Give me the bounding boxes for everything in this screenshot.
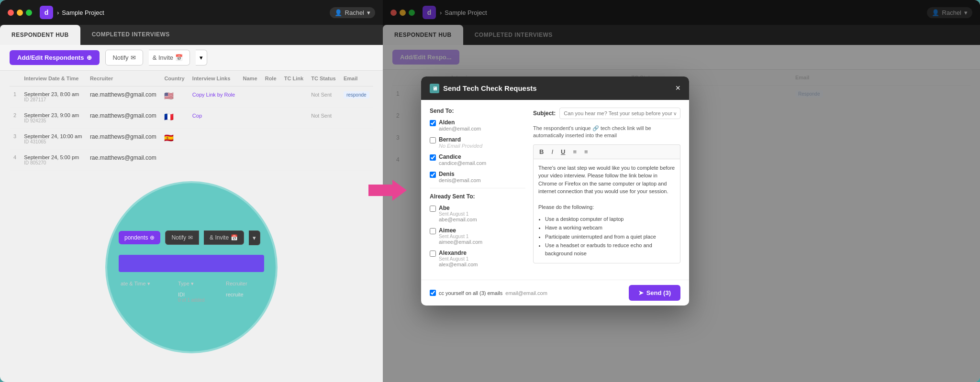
- circle-table-row: IDI 0 of 1 added recruite: [119, 290, 264, 305]
- tab-respondent-hub[interactable]: RESPONDENT HUB: [0, 25, 80, 45]
- recipient-denis: Denis denis@email.com: [430, 171, 525, 183]
- circle-col-type: Type ▾: [178, 281, 216, 287]
- send-icon: ➤: [638, 289, 644, 296]
- left-tabs: RESPONDENT HUB COMPLETED INTERVIEWS: [0, 25, 383, 45]
- circle-notify-button[interactable]: Notify ✉: [165, 230, 199, 245]
- underline-button[interactable]: U: [559, 148, 567, 156]
- alden-checkbox[interactable]: [430, 120, 436, 126]
- circle-invite-label: & Invite: [210, 234, 229, 241]
- email-compose-column: Subject: The respondent's unique 🔗 tech …: [533, 108, 680, 272]
- abe-email: abe@email.com: [439, 217, 477, 222]
- bold-button[interactable]: B: [537, 148, 546, 156]
- candice-name: Candice: [439, 153, 486, 160]
- modal-backdrop: 🖥 Send Tech Check Requests × Send To: Al…: [383, 0, 980, 382]
- italic-button[interactable]: I: [549, 148, 555, 156]
- bernard-checkbox[interactable]: [430, 137, 436, 143]
- denis-checkbox[interactable]: [430, 172, 436, 178]
- circle-invite-button[interactable]: & Invite 📅: [204, 230, 244, 245]
- send-label: Send (3): [646, 289, 671, 296]
- name-cell: [239, 150, 261, 171]
- recipient-alden: Alden aiden@email.com: [430, 119, 525, 131]
- abe-name: Abe: [439, 205, 477, 211]
- alden-info: Alden aiden@email.com: [439, 119, 481, 131]
- country-cell: 🇪🇸: [160, 129, 188, 150]
- notify-button[interactable]: Notify ✉: [105, 50, 143, 65]
- link-cell: [189, 150, 239, 171]
- bullet-item: Use a headset or earbuds to reduce echo …: [545, 241, 675, 257]
- row-num: 4: [10, 150, 20, 171]
- role-cell: [261, 129, 280, 150]
- table-row: 3 September 24, 10:00 am ID 431065 rae.m…: [10, 129, 373, 150]
- send-button[interactable]: ➤ Send (3): [629, 285, 680, 301]
- email-cell: responde: [340, 87, 373, 108]
- email-cell: [340, 129, 373, 150]
- aimee-checkbox[interactable]: [430, 228, 436, 234]
- row-num: 2: [10, 108, 20, 129]
- tc-status-cell: [307, 129, 340, 150]
- name-cell: [239, 108, 261, 129]
- alexandre-checkbox[interactable]: [430, 251, 436, 257]
- col-tc-link: TC Link: [280, 71, 308, 87]
- tab-completed-interviews[interactable]: COMPLETED INTERVIEWS: [80, 25, 181, 45]
- circle-col-recruiter: Recruiter: [226, 281, 262, 287]
- modal-title-icon: 🖥: [430, 84, 439, 93]
- candice-checkbox[interactable]: [430, 154, 436, 161]
- modal-close-button[interactable]: ×: [675, 83, 680, 93]
- date-cell: September 23, 8:00 am ID 287117: [20, 87, 86, 108]
- bernard-name: Bernard: [439, 136, 482, 143]
- cc-checkbox[interactable]: [430, 290, 436, 296]
- aimee-info: Aimee Sent August 1 aimee@email.com: [439, 227, 482, 245]
- svg-marker-0: [368, 180, 407, 201]
- subject-input[interactable]: [559, 108, 680, 119]
- modal-body: Send To: Alden aiden@email.com Berna: [421, 100, 689, 280]
- cc-label: cc yourself on all (3) emails: [439, 290, 502, 296]
- date-cell: September 23, 9:00 am ID 924235: [20, 108, 86, 129]
- name-cell: [239, 87, 261, 108]
- email-body-part2: Please do the following:: [538, 203, 675, 211]
- email-editor-body[interactable]: There's one last step we would like you …: [533, 159, 680, 264]
- circle-toolbar: pondents ⊕ Notify ✉ & Invite 📅 ▾: [119, 230, 264, 245]
- modal-footer: cc yourself on all (3) emails email@emai…: [421, 280, 689, 306]
- link-icon: 🔗: [592, 125, 599, 131]
- circle-row-type: IDI 0 of 1 added: [178, 292, 216, 303]
- sent-abe: Abe Sent August 1 abe@email.com: [430, 205, 525, 222]
- tc-link-cell: [280, 129, 308, 150]
- close-traffic-light[interactable]: [8, 10, 14, 16]
- transition-arrow: [368, 180, 407, 201]
- circle-col-datetime: ate & Time ▾: [121, 281, 168, 287]
- person-icon: ⊕: [87, 54, 92, 61]
- tc-link-cell: [280, 87, 308, 108]
- toolbar-dropdown-button[interactable]: ▾: [196, 50, 207, 65]
- recruiter-cell: rae.matthews@gmail.com: [86, 129, 161, 150]
- invite-button[interactable]: & Invite 📅: [149, 50, 190, 65]
- circle-highlight-bar: [119, 255, 264, 272]
- add-edit-respondents-button[interactable]: Add/Edit Respondents ⊕: [10, 50, 100, 65]
- circle-add-button[interactable]: pondents ⊕: [119, 231, 160, 244]
- add-edit-label: Add/Edit Respondents: [17, 54, 84, 61]
- aimee-sent-date: Sent August 1: [439, 234, 482, 239]
- unordered-list-button[interactable]: ≡: [582, 148, 590, 156]
- circle-row-recruiter: recruite: [226, 292, 262, 303]
- abe-checkbox[interactable]: [430, 206, 436, 212]
- col-recruiter: Recruiter: [86, 71, 161, 87]
- recruiter-cell: rae.matthews@gmail.com: [86, 150, 161, 171]
- circle-dropdown-button[interactable]: ▾: [249, 230, 260, 245]
- denis-name: Denis: [439, 171, 481, 177]
- col-num: [10, 71, 20, 87]
- minimize-traffic-light[interactable]: [17, 10, 23, 16]
- user-menu[interactable]: 👤 Rachel ▾: [330, 7, 375, 18]
- ordered-list-button[interactable]: ≡: [571, 148, 579, 156]
- project-name[interactable]: Sample Project: [62, 9, 104, 16]
- table-row: 2 September 23, 9:00 am ID 924235 rae.ma…: [10, 108, 373, 129]
- link-cell: Copy Link by Role: [189, 87, 239, 108]
- link-cell: [189, 129, 239, 150]
- alexandre-sent-date: Sent August 1: [439, 256, 478, 262]
- aimee-email: aimee@email.com: [439, 239, 482, 245]
- denis-email: denis@email.com: [439, 177, 481, 183]
- candice-email: candice@email.com: [439, 160, 486, 166]
- row-num: 1: [10, 87, 20, 108]
- role-cell: [261, 108, 280, 129]
- circle-row-date: [121, 292, 168, 303]
- maximize-traffic-light[interactable]: [26, 10, 32, 16]
- tc-link-cell: [280, 108, 308, 129]
